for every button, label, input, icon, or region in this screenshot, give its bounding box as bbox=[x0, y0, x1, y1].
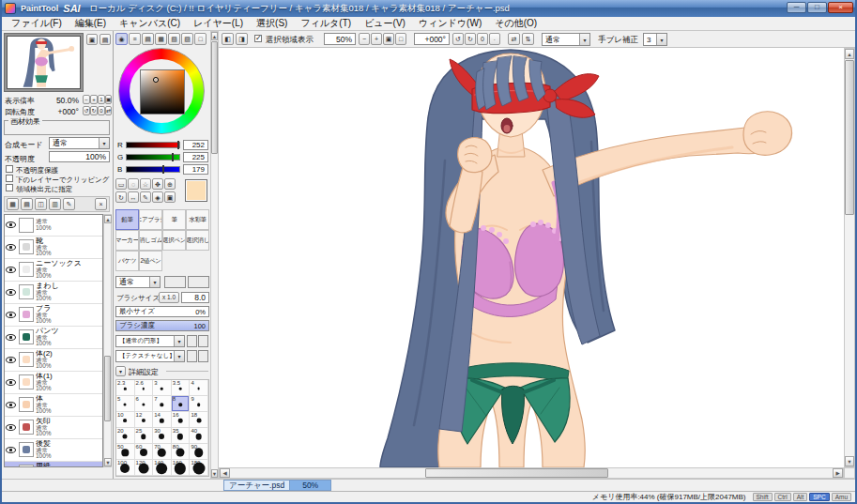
brush-size-cell[interactable]: 3 bbox=[153, 380, 172, 396]
brush-size-cell[interactable]: 16 bbox=[172, 412, 191, 428]
navigator-option-button-2[interactable]: ▤ bbox=[99, 34, 111, 45]
next-view-button[interactable]: ◨ bbox=[236, 33, 248, 45]
layer-visibility-eye-icon[interactable] bbox=[5, 402, 17, 408]
brush-size-cell[interactable]: 160 bbox=[172, 460, 191, 476]
tool-panel-scrollbar[interactable]: ▲ ▼ bbox=[210, 31, 219, 479]
layer-row[interactable]: 用紙 通常 100% bbox=[5, 462, 102, 468]
brush-size-cell[interactable]: 80 bbox=[172, 444, 191, 460]
layer-option-checkbox[interactable] bbox=[6, 175, 13, 182]
document-tab[interactable]: アーチャー.psd 50% bbox=[223, 480, 331, 491]
layer-row[interactable]: 体(2) 通常 100% bbox=[5, 349, 102, 372]
layer-row[interactable]: 体(1) 通常 100% bbox=[5, 372, 102, 394]
brush-size-cell[interactable]: 300 bbox=[153, 476, 172, 477]
canvas-zoom-fit-button[interactable]: □ bbox=[395, 33, 406, 45]
layer-visibility-eye-icon[interactable] bbox=[5, 357, 17, 363]
zoom-reset-button[interactable]: 1 bbox=[98, 95, 105, 104]
rgb-sliders-tab-icon[interactable]: ≡ bbox=[129, 33, 141, 45]
color-cursor[interactable] bbox=[153, 77, 159, 83]
menu-item[interactable]: フィルタ(T) bbox=[294, 17, 358, 30]
flip-horizontal-button[interactable]: ⇄ bbox=[508, 33, 520, 45]
flip-vertical-button[interactable]: ⇅ bbox=[522, 33, 534, 45]
brush-size-cell[interactable]: 120 bbox=[135, 460, 154, 476]
layer-opacity-value[interactable]: 100% bbox=[49, 151, 110, 162]
brush-size-unit-button[interactable]: x 1.0 bbox=[159, 292, 179, 303]
brush-size-cell[interactable]: 2.6 bbox=[135, 380, 154, 396]
brush-tool-button[interactable]: マーカー bbox=[115, 230, 139, 251]
scrollbar-thumb[interactable] bbox=[104, 356, 111, 421]
rotate-reset-button[interactable]: 0 bbox=[98, 106, 105, 115]
canvas-angle-snap-button[interactable]: ∙ bbox=[489, 33, 500, 45]
scroll-down-icon[interactable]: ▼ bbox=[845, 456, 854, 466]
b-value-field[interactable]: 179 bbox=[183, 164, 208, 175]
canvas-angle-field[interactable]: +000° bbox=[414, 33, 450, 45]
brush-size-cell[interactable]: 70 bbox=[153, 444, 172, 460]
scroll-left-icon[interactable]: ◀ bbox=[220, 468, 230, 478]
r-value-field[interactable]: 252 bbox=[183, 140, 208, 150]
brush-tool-button[interactable]: 消しゴム bbox=[139, 230, 162, 251]
canvas-vertical-scrollbar[interactable]: ▲ ▼ bbox=[844, 48, 855, 467]
menu-item[interactable]: ビュー(V) bbox=[358, 17, 412, 30]
scrollbar-thumb[interactable] bbox=[845, 60, 854, 215]
layer-visibility-eye-icon[interactable] bbox=[5, 447, 17, 453]
brush-size-cell[interactable]: 10 bbox=[116, 412, 135, 428]
brush-size-cell[interactable]: 30 bbox=[153, 428, 172, 444]
layer-visibility-eye-icon[interactable] bbox=[5, 267, 17, 273]
brush-shape-param-2[interactable] bbox=[198, 335, 208, 347]
layer-option-checkbox[interactable] bbox=[6, 184, 13, 191]
rotate-ccw-button[interactable]: ↺ bbox=[83, 106, 90, 115]
magic-wand-tool-icon[interactable]: ☆ bbox=[140, 178, 151, 190]
brush-size-cell[interactable]: 350 bbox=[172, 476, 191, 477]
brush-tool-button[interactable]: 2値ペン bbox=[139, 251, 162, 271]
layer-visibility-eye-icon[interactable] bbox=[5, 424, 17, 431]
brush-size-cell[interactable]: 7 bbox=[153, 396, 172, 412]
layer-row[interactable]: ニーソックス 通常 100% bbox=[5, 259, 102, 282]
flip-view-button[interactable]: ⇄ bbox=[105, 106, 112, 115]
rotate-cw-button[interactable]: ↻ bbox=[90, 106, 98, 115]
brush-shape-param-1[interactable] bbox=[187, 335, 197, 347]
canvas-rotate-ccw-button[interactable]: ↺ bbox=[452, 33, 464, 45]
brush-param-box-2[interactable] bbox=[188, 276, 209, 288]
canvas-zoom-reset-button[interactable]: ▣ bbox=[383, 33, 394, 45]
menu-item[interactable]: 編集(E) bbox=[69, 17, 113, 30]
duplicate-layer-button[interactable]: ◫ bbox=[35, 198, 47, 210]
scroll-up-icon[interactable]: ▲ bbox=[104, 215, 112, 223]
show-selection-checkbox[interactable] bbox=[254, 35, 262, 42]
layer-row[interactable]: パンツ 通常 100% bbox=[5, 327, 102, 349]
clear-layer-button[interactable]: ✎ bbox=[63, 198, 75, 210]
brush-size-cell[interactable]: 9 bbox=[190, 396, 208, 412]
maximize-button[interactable]: □ bbox=[807, 2, 827, 13]
rect-select-tool-icon[interactable]: ▭ bbox=[115, 178, 127, 190]
new-layer-set-button[interactable]: ▤ bbox=[21, 198, 33, 210]
brush-size-cell[interactable]: 200 bbox=[116, 476, 135, 477]
merge-layer-button[interactable]: ▥ bbox=[49, 198, 61, 210]
brush-blend-dropdown[interactable]: 通常 bbox=[115, 276, 161, 288]
brush-tool-button[interactable]: 選択消し bbox=[186, 230, 209, 251]
brush-tool-button[interactable]: 水彩筆 bbox=[186, 209, 209, 230]
canvas-zoom-in-button[interactable]: + bbox=[371, 33, 382, 45]
brush-density-slider[interactable]: ブラシ濃度 100 bbox=[115, 320, 209, 331]
delete-layer-button[interactable]: × bbox=[95, 198, 107, 210]
color-wheel[interactable] bbox=[118, 48, 205, 134]
canvas-zoom-out-button[interactable]: − bbox=[359, 33, 370, 45]
layer-row[interactable]: 靴 通常 100% bbox=[5, 237, 102, 259]
brush-size-cell[interactable]: 180 bbox=[190, 460, 208, 476]
b-slider[interactable] bbox=[126, 166, 180, 173]
menu-item[interactable]: レイヤー(L) bbox=[187, 17, 250, 30]
move-tool-icon[interactable]: ✥ bbox=[152, 178, 163, 190]
brush-size-cell[interactable]: 140 bbox=[153, 460, 172, 476]
zoom-in-button[interactable]: + bbox=[90, 95, 98, 104]
brush-size-cell[interactable]: 100 bbox=[116, 460, 135, 476]
g-value-field[interactable]: 225 bbox=[183, 152, 208, 162]
navigator-thumbnail[interactable] bbox=[7, 36, 81, 89]
sampling-blend-dropdown[interactable]: 通常 bbox=[542, 33, 590, 46]
r-slider[interactable] bbox=[126, 142, 180, 148]
layer-blend-mode-dropdown[interactable]: 通常 bbox=[49, 137, 110, 149]
layer-list-scrollbar[interactable]: ▲ ▼ bbox=[103, 214, 112, 467]
brush-size-cell[interactable]: 250 bbox=[135, 476, 154, 477]
scroll-down-icon[interactable]: ▼ bbox=[104, 458, 112, 466]
scrollbar-thumb[interactable] bbox=[425, 468, 608, 478]
layer-visibility-eye-icon[interactable] bbox=[5, 334, 17, 341]
layer-visibility-eye-icon[interactable] bbox=[5, 289, 17, 296]
brush-size-cell[interactable]: 25 bbox=[135, 428, 154, 444]
brush-size-cell[interactable]: 4 bbox=[190, 380, 208, 396]
